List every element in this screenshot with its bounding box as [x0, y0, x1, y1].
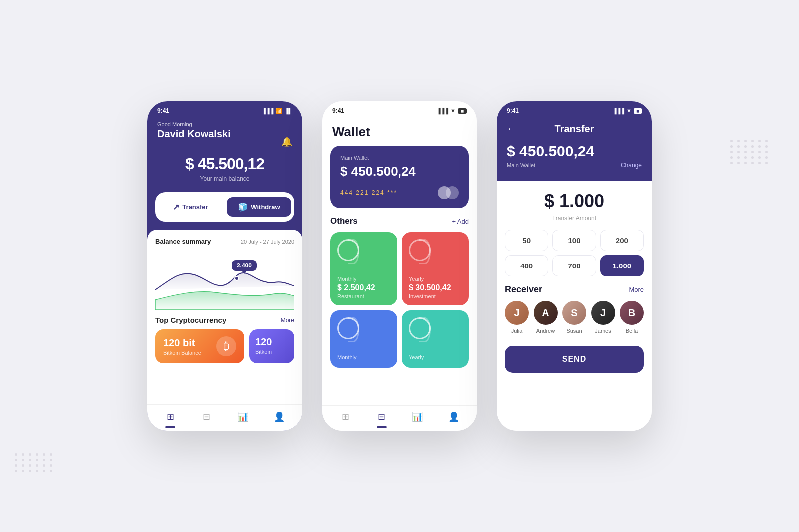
yearly-circle-2: [409, 317, 431, 339]
transfer-button[interactable]: ↗ Transfer: [158, 197, 223, 217]
monthly-circle-2: [337, 317, 359, 339]
time-1: 9:41: [157, 107, 169, 114]
balance-label: Your main balance: [157, 175, 292, 182]
others-header: Others + Add: [330, 216, 469, 226]
andrew-name: Andrew: [536, 328, 555, 334]
bella-name: Bella: [626, 328, 638, 334]
transfer-body: $ 1.000 Transfer Amount 50 100 200 400 7…: [497, 181, 652, 431]
wallet-header: Wallet: [322, 117, 477, 146]
card-number: 444 221 224 ***: [340, 189, 397, 196]
bitcoin-icon: ₿: [216, 336, 236, 356]
phone-transfer: 9:41 ▐▐▐ ▼ ■ ← Transfer $ 450.500,24 Mai…: [497, 101, 652, 431]
withdraw-icon: 🧊: [238, 202, 248, 212]
main-wallet-label: Main Wallet: [340, 155, 459, 161]
avatar-bella[interactable]: B Bella: [620, 301, 644, 334]
phone-home: 9:41 ▐▐▐ 📶 ▐▌ Good Morning David Kowalsk…: [147, 101, 302, 431]
julia-name: Julia: [511, 328, 523, 334]
avatar-james[interactable]: J James: [591, 301, 615, 334]
crypto-amount: 120 bit: [163, 337, 201, 349]
transfer-nav: ← Transfer: [507, 123, 642, 135]
nav-active-indicator-2: [377, 426, 387, 428]
amount-1000[interactable]: 1.000: [600, 255, 644, 276]
chart-header: Balance summary 20 July - 27 July 2020: [155, 238, 294, 245]
card-icon: [438, 186, 459, 199]
transfer-balance: $ 450.500,24: [507, 143, 642, 160]
card3-type: Monthly: [337, 354, 390, 360]
transfer-amount-label: Transfer Amount: [505, 215, 644, 222]
wifi-icon: 📶: [275, 108, 282, 114]
crypto-section: Top Cryptocurrency More 120 bit Bitkoin …: [155, 316, 294, 363]
status-icons-1: ▐▐▐ 📶 ▐▌: [262, 108, 292, 114]
amount-100[interactable]: 100: [552, 230, 596, 251]
susan-avatar: S: [562, 301, 586, 325]
transfer-icon: ↗: [173, 202, 179, 212]
withdraw-button[interactable]: 🧊 Withdraw: [227, 197, 291, 217]
crypto-header: Top Cryptocurrency More: [155, 316, 294, 324]
amount-700[interactable]: 700: [552, 255, 596, 276]
chart-svg: [155, 250, 294, 310]
crypto-title: Top Cryptocurrency: [155, 316, 226, 324]
andrew-avatar: A: [534, 301, 558, 325]
avatar-andrew[interactable]: A Andrew: [534, 301, 558, 334]
crypto-card-bitcoin: 120 bit Bitkoin Balance ₿: [155, 329, 244, 363]
wifi-icon-3: ▼: [626, 108, 632, 114]
add-button[interactable]: + Add: [452, 218, 469, 225]
nav-profile-icon[interactable]: 👤: [273, 411, 285, 423]
send-button[interactable]: SEND: [505, 346, 644, 373]
wallet-grid: Monthly $ 2.500,42 Restaurant Yearly $ 3…: [330, 232, 469, 368]
wallet-screen: 9:41 ▐▐▐ ▼ ■ Wallet Main Wallet $ 450.50…: [322, 101, 477, 431]
receiver-more[interactable]: More: [629, 286, 644, 293]
nav-active-indicator: [165, 426, 175, 428]
avatar-susan[interactable]: S Susan: [562, 301, 586, 334]
wallet-card-monthly-restaurant[interactable]: Monthly $ 2.500,42 Restaurant: [330, 232, 397, 305]
nav-chart-icon[interactable]: 📊: [237, 411, 249, 423]
wallet-card-monthly-2[interactable]: Monthly: [330, 310, 397, 368]
avatars-row: J Julia A Andrew S Susan J: [505, 301, 644, 334]
amount-400[interactable]: 400: [505, 255, 548, 276]
others-title: Others: [330, 216, 358, 226]
transfer-title: Transfer: [555, 123, 594, 135]
avatar-julia[interactable]: J Julia: [505, 301, 529, 334]
main-wallet-card[interactable]: Main Wallet $ 450.500,24 444 221 224 ***: [330, 146, 469, 208]
receiver-title: Receiver: [505, 284, 542, 295]
status-icons-2: ▐▐▐ ▼ ■: [437, 108, 467, 114]
amount-200[interactable]: 200: [600, 230, 644, 251]
amount-50[interactable]: 50: [505, 230, 548, 251]
card2-name: Investment: [409, 293, 462, 299]
nav-card-2-icon[interactable]: ⊟: [376, 411, 388, 423]
status-icons-3: ▐▐▐ ▼ ■: [613, 108, 642, 114]
nav-home-2-icon[interactable]: ⊞: [339, 411, 351, 423]
time-3: 9:41: [507, 107, 519, 114]
back-button[interactable]: ←: [507, 124, 516, 134]
nav-home-icon[interactable]: ⊞: [164, 411, 176, 423]
wallet-card-yearly-investment[interactable]: Yearly $ 30.500,42 Investment: [402, 232, 469, 305]
chart-tooltip: 2.400: [232, 260, 257, 271]
signal-icon-3: ▐▐▐: [613, 108, 624, 114]
wallet-card-yearly-2[interactable]: Yearly: [402, 310, 469, 368]
action-buttons: ↗ Transfer 🧊 Withdraw: [155, 192, 294, 222]
bell-icon[interactable]: 🔔: [281, 136, 292, 147]
chart-area: 2.400: [155, 250, 294, 310]
chart-title: Balance summary: [155, 238, 211, 245]
wallet-title: Wallet: [332, 124, 467, 140]
signal-icon-2: ▐▐▐: [437, 108, 448, 114]
crypto-amount-2: 120: [255, 336, 288, 348]
nav-profile-2-icon[interactable]: 👤: [448, 411, 460, 423]
status-bar-3: 9:41 ▐▐▐ ▼ ■: [497, 101, 652, 117]
card2-amount: $ 30.500,42: [409, 283, 462, 292]
transfer-sub: Main Wallet Change: [507, 162, 642, 169]
main-wallet-amount: $ 450.500,24: [340, 164, 459, 179]
battery-icon-3: ■: [634, 108, 642, 114]
battery-icon: ▐▌: [284, 108, 292, 114]
nav-chart-2-icon[interactable]: 📊: [411, 411, 423, 423]
nav-card-icon[interactable]: ⊟: [201, 411, 213, 423]
home-header: Good Morning David Kowalski 🔔: [147, 117, 302, 150]
crypto-more-link[interactable]: More: [281, 317, 294, 324]
transfer-amount: $ 1.000: [505, 191, 644, 212]
change-button[interactable]: Change: [621, 162, 642, 169]
chart-date: 20 July - 27 July 2020: [241, 239, 294, 245]
card1-name: Restaurant: [337, 293, 390, 299]
status-bar-1: 9:41 ▐▐▐ 📶 ▐▌: [147, 101, 302, 117]
home-screen: 9:41 ▐▐▐ 📶 ▐▌ Good Morning David Kowalsk…: [147, 101, 302, 431]
battery-icon-2: ■: [458, 108, 467, 114]
